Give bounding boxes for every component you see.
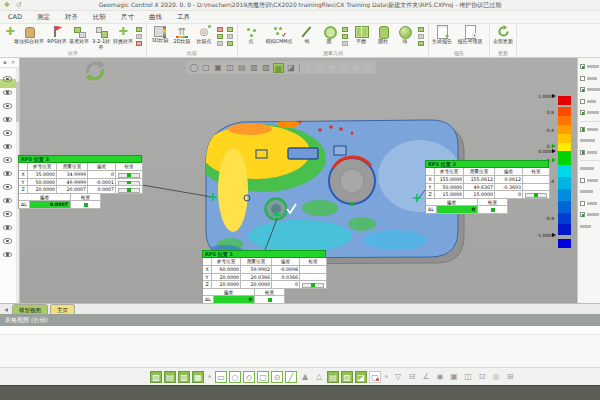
line-button[interactable]: 线: [297, 25, 317, 45]
checkbox[interactable]: [580, 178, 585, 183]
rps-align-button[interactable]: RPS对齐: [47, 25, 67, 45]
max-arrow[interactable]: [552, 94, 556, 98]
disabled-circle-icon[interactable]: ◯: [315, 63, 325, 73]
checkbox[interactable]: [580, 201, 585, 206]
brush-icon[interactable]: ▨: [261, 63, 271, 73]
pin-icon[interactable]: ▪: [2, 59, 8, 65]
add-view-icon[interactable]: ⊞: [504, 371, 516, 383]
angle-icon[interactable]: ∠: [420, 371, 432, 383]
menu-curve[interactable]: 曲线: [149, 13, 162, 22]
lasso-select-icon[interactable]: ▢: [257, 371, 269, 383]
sphere-button[interactable]: 球: [395, 25, 415, 45]
front-view-icon[interactable]: ▤: [164, 371, 176, 383]
disabled-rotate-icon[interactable]: ⟳: [339, 63, 349, 73]
grid-on-icon[interactable]: ▦: [273, 63, 284, 73]
tab-scroll-left-icon[interactable]: [2, 305, 10, 314]
eye-icon[interactable]: [3, 144, 12, 150]
rps-callout-2[interactable]: RPS 位置 2 参考位置 测量位置 偏差 检查 X 155.0000 155.…: [425, 160, 549, 214]
filter-mesh-icon[interactable]: ◪: [286, 63, 296, 73]
sync-icon[interactable]: [84, 60, 106, 86]
sim-cmm-point-button[interactable]: 模拟CMM点: [263, 25, 295, 45]
clear-selection-icon[interactable]: ▢: [369, 371, 381, 383]
edge-mode-icon[interactable]: ◪: [355, 371, 367, 383]
datum-align-button[interactable]: 基准对齐: [69, 25, 89, 45]
poly-select-icon[interactable]: ◇: [243, 371, 255, 383]
menu-tools[interactable]: 工具: [177, 13, 190, 22]
compare-3d-button[interactable]: 3D比较: [150, 25, 170, 44]
top-view-icon[interactable]: ▦: [192, 371, 204, 383]
generate-report-button[interactable]: 生成报告: [432, 25, 452, 45]
rps-callout-3[interactable]: RPS 位置 3 参考位置 测量位置 偏差 检查 X 35.0000 34.99…: [18, 155, 142, 209]
checkbox[interactable]: [580, 64, 585, 69]
tab-home[interactable]: 主页: [50, 304, 75, 314]
ruler-icon[interactable]: ⊟: [406, 371, 418, 383]
panes-icon[interactable]: ▥: [249, 63, 259, 73]
shade-mode-icon[interactable]: ▨: [341, 371, 353, 383]
side-view-icon[interactable]: ▥: [178, 371, 190, 383]
geometry-extra-tools-1[interactable]: [342, 25, 348, 46]
eye-icon[interactable]: [3, 184, 12, 190]
point-button[interactable]: 点: [241, 25, 261, 45]
split-view-icon[interactable]: ◫: [225, 63, 235, 73]
measure-slash-icon[interactable]: ╲: [303, 63, 313, 73]
eye-icon[interactable]: [3, 157, 12, 163]
checkbox[interactable]: [580, 212, 585, 217]
zero-arrow[interactable]: [552, 149, 556, 153]
annotation-icon[interactable]: ▣: [448, 371, 460, 383]
eye-icon[interactable]: [3, 171, 12, 177]
align-extra-tools[interactable]: [136, 25, 142, 46]
viewport-3d[interactable]: ◯ ▢ ▣ ◫ ▤ ▥ ▨ ▦ ◪ ╲ ◯ ◔ ⟳ ⊘ ◎ ▪ ✕: [0, 58, 600, 303]
best-fit-align-button[interactable]: 最佳拟合对齐: [13, 25, 45, 45]
tab-model-view[interactable]: 模型视图: [12, 304, 48, 314]
user-icon[interactable]: ◉: [434, 371, 446, 383]
checkbox[interactable]: [580, 99, 585, 104]
circle-select-icon[interactable]: ○: [229, 371, 241, 383]
rps-callout-1[interactable]: RPS 位置 1 参考位置 测量位置 偏差 检查 X 60.0000 59.99…: [202, 250, 326, 303]
disabled-clip-icon[interactable]: ⊘: [351, 63, 361, 73]
circle-select-icon[interactable]: ◯: [189, 63, 199, 73]
eye-icon[interactable]: [3, 252, 12, 258]
line-select-icon[interactable]: ╱: [285, 371, 297, 383]
mesh-mode-icon[interactable]: ▤: [327, 371, 339, 383]
circle-tool-icon[interactable]: ◎: [490, 371, 502, 383]
menu-compare[interactable]: 比较: [93, 13, 106, 22]
view-cube-icon[interactable]: ▣: [213, 63, 223, 73]
layout-icon[interactable]: ▤: [237, 63, 247, 73]
rect-select-icon[interactable]: ▭: [215, 371, 227, 383]
menu-dimension[interactable]: 尺寸: [121, 13, 134, 22]
disabled-target-icon[interactable]: ◎: [363, 63, 373, 73]
checkbox[interactable]: [580, 150, 585, 155]
eye-icon[interactable]: [3, 117, 12, 123]
checkbox[interactable]: [580, 76, 585, 81]
screen-icon[interactable]: ⊡: [476, 371, 488, 383]
report-manager-button[interactable]: 报告管理器: [454, 25, 486, 45]
plane-button[interactable]: 平面: [351, 25, 371, 45]
checkbox[interactable]: [580, 87, 585, 92]
compare-point-button[interactable]: ◎比较点: [194, 25, 214, 45]
monitor-icon[interactable]: ◫: [462, 371, 474, 383]
eye-icon[interactable]: [3, 90, 12, 96]
compare-2d-button[interactable]: ⇈2D比较: [172, 25, 192, 45]
cylinder-button[interactable]: 圆柱: [373, 25, 393, 45]
geometry-extra-tools-2[interactable]: [418, 25, 424, 46]
circle-button[interactable]: 圆: [319, 25, 339, 45]
eye-icon[interactable]: [3, 103, 12, 109]
update-all-button[interactable]: 全部更新: [493, 25, 513, 45]
menu-measure[interactable]: 测定: [37, 13, 50, 22]
menu-cad[interactable]: CAD: [8, 13, 22, 21]
eye-icon[interactable]: [3, 211, 12, 217]
eye-icon[interactable]: [3, 76, 12, 82]
eye-icon[interactable]: [3, 225, 12, 231]
upper-tol-arrow[interactable]: [552, 144, 556, 148]
eye-icon[interactable]: [3, 130, 12, 136]
paint-select-icon[interactable]: ⊙: [271, 371, 283, 383]
compare-extra-tools-2[interactable]: [227, 25, 233, 46]
iso-view-icon[interactable]: ▧: [150, 371, 162, 383]
checkbox[interactable]: [580, 110, 585, 115]
table-view-pane-header[interactable]: 表格视图 (自动): [0, 314, 600, 326]
min-arrow[interactable]: [552, 233, 556, 237]
compare-extra-tools-1[interactable]: [217, 25, 223, 46]
clipped-align-button[interactable]: ✚: [3, 25, 11, 39]
transform-align-button[interactable]: ✚转换对齐: [113, 25, 133, 45]
triangle-up-icon[interactable]: ▲: [299, 371, 311, 383]
